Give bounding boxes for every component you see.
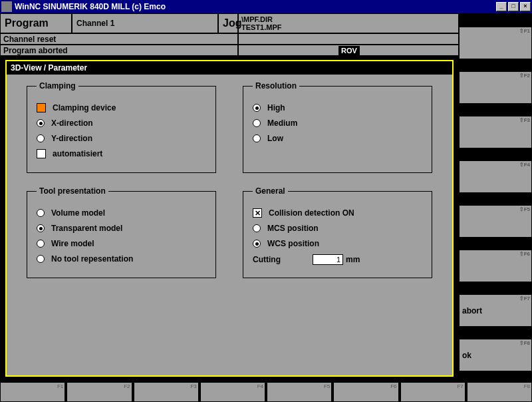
clamping-ydir-option[interactable]: Y-direction	[37, 134, 206, 143]
rov-badge: ROV	[338, 46, 360, 55]
status-channel: Channel reset	[0, 33, 238, 45]
path-dir: \MPF.DIR	[241, 15, 273, 23]
resolution-medium-option[interactable]: Medium	[253, 118, 422, 128]
close-button[interactable]: ×	[520, 2, 531, 11]
tool-transparent-option[interactable]: Transparent model	[37, 224, 206, 233]
radio-icon	[253, 240, 261, 248]
status-program: Program aborted	[0, 45, 238, 56]
softkeys-right: ⇧F1 ⇧F2 ⇧F3 ⇧F4 ⇧F5 ⇧F6 abort⇧F7 ok⇧F8	[459, 27, 532, 383]
resolution-group: Resolution High Medium Low	[243, 81, 432, 173]
softkey-b1[interactable]: F1	[0, 382, 65, 402]
softkeys-bottom: F1 F2 F3 F4 F5 F6 F7 F8	[0, 382, 532, 402]
content-area: Program Channel 1 Jog \MPF.DIR TEST1.MPF…	[0, 13, 532, 402]
window-title: WinNC SINUMERIK 840D MILL (c) Emco	[15, 2, 495, 11]
tool-volume-option[interactable]: Volume model	[37, 208, 206, 218]
softkey-b4[interactable]: F4	[200, 382, 265, 402]
status-badges: ROV	[238, 45, 459, 56]
radio-icon	[253, 104, 261, 112]
softkey-r4[interactable]: ⇧F4	[459, 160, 532, 193]
maximize-button[interactable]: □	[508, 2, 519, 11]
softkey-b7[interactable]: F7	[400, 382, 466, 402]
softkey-r3[interactable]: ⇧F3	[459, 116, 532, 148]
clamping-group: Clamping Clamping device X-direction Y-d…	[27, 81, 216, 173]
clamping-device-colorbox	[37, 103, 46, 112]
parameter-panel: 3D-View / Parameter Clamping Clamping de…	[5, 60, 454, 377]
minimize-button[interactable]: _	[496, 2, 507, 11]
mode-left: Program	[0, 13, 72, 33]
radio-icon	[37, 119, 45, 127]
mode-right: Jog	[218, 13, 238, 33]
resolution-legend: Resolution	[253, 81, 299, 91]
clamping-xdir-option[interactable]: X-direction	[37, 118, 206, 128]
softkey-b8[interactable]: F8	[467, 382, 532, 402]
softkey-r2[interactable]: ⇧F2	[459, 71, 532, 104]
checkbox-icon	[37, 149, 46, 158]
app-window: WinNC SINUMERIK 840D MILL (c) Emco _ □ ×…	[0, 0, 532, 402]
softkey-ok[interactable]: ok⇧F8	[459, 339, 532, 371]
softkey-r5[interactable]: ⇧F5	[459, 205, 532, 238]
resolution-low-option[interactable]: Low	[253, 134, 422, 143]
softkey-b5[interactable]: F5	[267, 382, 332, 402]
radio-icon	[37, 224, 45, 232]
wcs-option[interactable]: WCS position	[253, 239, 422, 248]
app-icon	[1, 1, 12, 12]
mcs-option[interactable]: MCS position	[253, 224, 422, 233]
path-file: TEST1.MPF	[241, 23, 282, 31]
softkey-b3[interactable]: F3	[134, 382, 199, 402]
cutting-unit: mm	[346, 255, 360, 264]
general-legend: General	[253, 186, 288, 196]
clamping-legend: Clamping	[37, 81, 78, 91]
clamping-device-row[interactable]: Clamping device	[37, 103, 206, 112]
panel-title: 3D-View / Parameter	[7, 61, 452, 75]
collision-option[interactable]: Collision detection ON	[253, 208, 422, 218]
program-path: \MPF.DIR TEST1.MPF	[238, 13, 459, 33]
radio-icon	[37, 134, 45, 142]
softkey-r1[interactable]: ⇧F1	[459, 27, 532, 59]
general-group: General Collision detection ON MCS posit…	[243, 186, 432, 278]
cutting-input[interactable]	[313, 254, 343, 265]
titlebar: WinNC SINUMERIK 840D MILL (c) Emco _ □ ×	[0, 0, 532, 13]
softkey-b2[interactable]: F2	[66, 382, 132, 402]
cutting-row: Cutting mm	[253, 254, 422, 265]
tool-none-option[interactable]: No tool repesentation	[37, 254, 206, 264]
clamping-device-label: Clamping device	[53, 103, 116, 112]
channel-label: Channel 1	[72, 13, 218, 33]
tool-presentation-group: Tool presentation Volume model Transpare…	[27, 186, 216, 278]
clamping-auto-option[interactable]: automatisiert	[37, 149, 206, 158]
radio-icon	[37, 255, 45, 263]
softkey-abort[interactable]: abort⇧F7	[459, 294, 532, 327]
tool-wire-option[interactable]: Wire model	[37, 239, 206, 248]
resolution-high-option[interactable]: High	[253, 103, 422, 112]
radio-icon	[253, 119, 261, 127]
softkey-r6[interactable]: ⇧F6	[459, 250, 532, 282]
panel-area: 3D-View / Parameter Clamping Clamping de…	[0, 56, 459, 382]
checkbox-icon	[253, 208, 262, 218]
cutting-label: Cutting	[253, 255, 310, 264]
radio-icon	[37, 209, 45, 217]
radio-icon	[253, 224, 261, 232]
radio-icon	[253, 134, 261, 142]
radio-icon	[37, 240, 45, 248]
tool-legend: Tool presentation	[37, 186, 108, 196]
header-area: Program Channel 1 Jog \MPF.DIR TEST1.MPF…	[0, 13, 459, 56]
softkey-b6[interactable]: F6	[333, 382, 398, 402]
status-right-empty	[238, 33, 459, 45]
